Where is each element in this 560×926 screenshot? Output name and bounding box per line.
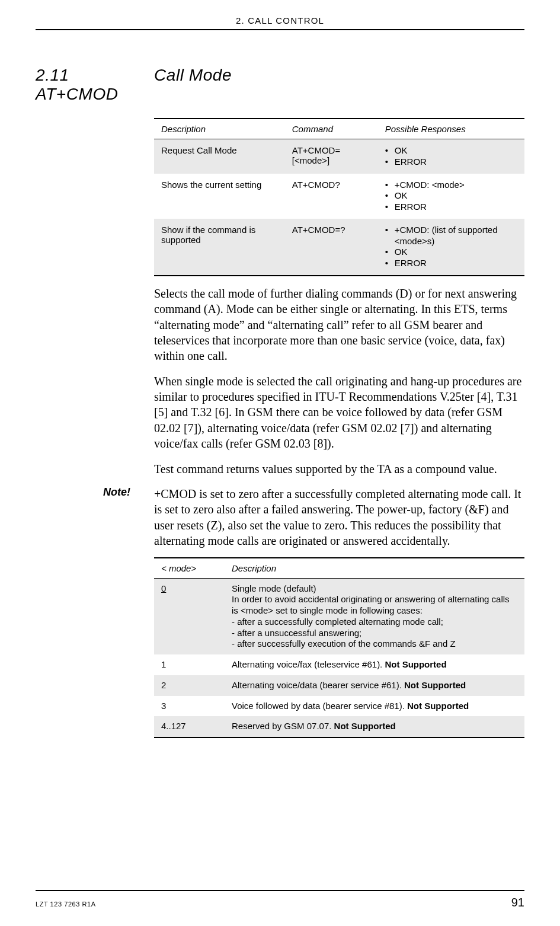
table-row: 2Alternating voice/data (bearer service …: [154, 675, 524, 696]
cell-responses: OKERROR: [378, 139, 524, 174]
cell-description: Single mode (default)In order to avoid a…: [225, 578, 524, 654]
paragraph: Test command returns values supported by…: [154, 461, 524, 477]
mode-table: < mode> Description 0Single mode (defaul…: [154, 557, 524, 739]
col-header-description: Description: [154, 119, 285, 139]
table-header-row: < mode> Description: [154, 558, 524, 579]
col-header-mode: < mode>: [154, 558, 225, 579]
table-row: 0Single mode (default)In order to avoid …: [154, 578, 524, 654]
cell-description: Alternating voice/fax (teleservice #61).…: [225, 654, 524, 675]
cell-responses: +CMOD: <mode>OKERROR: [378, 174, 524, 219]
paragraph: When single mode is selected the call or…: [154, 373, 524, 452]
cell-mode: 0: [154, 578, 225, 654]
cell-description: Shows the current setting: [154, 174, 285, 219]
note-block: Note! +CMOD is set to zero after a succe…: [36, 486, 524, 549]
document-id: LZT 123 7263 R1A: [36, 901, 96, 908]
table-row: 1Alternating voice/fax (teleservice #61)…: [154, 654, 524, 675]
cell-responses: +CMOD: (list of supported <mode>s)OKERRO…: [378, 219, 524, 276]
header-rule: [36, 29, 524, 30]
cell-mode: 3: [154, 696, 225, 717]
response-item: +CMOD: <mode>: [385, 180, 517, 191]
cell-description: Alternating voice/data (bearer service #…: [225, 675, 524, 696]
response-item: ERROR: [385, 258, 517, 269]
section-title: Call Mode: [154, 66, 232, 84]
cell-command: AT+CMOD=?: [285, 219, 378, 276]
page-footer: LZT 123 7263 R1A 91: [36, 890, 524, 909]
running-header: 2. CALL CONTROL: [36, 15, 524, 25]
cell-mode: 2: [154, 675, 225, 696]
note-text: +CMOD is set to zero after a successfull…: [154, 486, 524, 549]
page-number: 91: [511, 896, 524, 909]
cell-mode: 1: [154, 654, 225, 675]
response-item: ERROR: [385, 202, 517, 213]
cell-description: Show if the command is supported: [154, 219, 285, 276]
response-item: OK: [385, 190, 517, 202]
response-item: +CMOD: (list of supported <mode>s): [385, 225, 517, 247]
table-row: Shows the current settingAT+CMOD?+CMOD: …: [154, 174, 524, 219]
table-row: Request Call ModeAT+CMOD=[<mode>]OKERROR: [154, 139, 524, 174]
body-text: Selects the call mode of further dialing…: [154, 286, 524, 477]
col-header-description: Description: [225, 558, 524, 579]
col-header-command: Command: [285, 119, 378, 139]
cell-command: AT+CMOD=[<mode>]: [285, 139, 378, 174]
col-header-responses: Possible Responses: [378, 119, 524, 139]
command-table: Description Command Possible Responses R…: [154, 118, 524, 276]
table-row: 3Voice followed by data (bearer service …: [154, 696, 524, 717]
cell-description: Voice followed by data (bearer service #…: [225, 696, 524, 717]
cell-description: Reserved by GSM 07.07. Not Supported: [225, 716, 524, 737]
response-item: OK: [385, 247, 517, 258]
paragraph: Selects the call mode of further dialing…: [154, 286, 524, 364]
response-item: ERROR: [385, 157, 517, 168]
footer-rule: [36, 890, 524, 891]
page: 2. CALL CONTROL 2.11 AT+CMOD Call Mode D…: [0, 0, 560, 926]
cell-description: Request Call Mode: [154, 139, 285, 174]
cell-mode: 4..127: [154, 716, 225, 737]
section-number: 2.11 AT+CMOD: [36, 66, 119, 103]
note-label: Note!: [36, 486, 154, 549]
table-row: Show if the command is supportedAT+CMOD=…: [154, 219, 524, 276]
section-heading: 2.11 AT+CMOD Call Mode: [36, 66, 524, 104]
response-item: OK: [385, 145, 517, 157]
table-header-row: Description Command Possible Responses: [154, 119, 524, 139]
cell-command: AT+CMOD?: [285, 174, 378, 219]
table-row: 4..127Reserved by GSM 07.07. Not Support…: [154, 716, 524, 737]
